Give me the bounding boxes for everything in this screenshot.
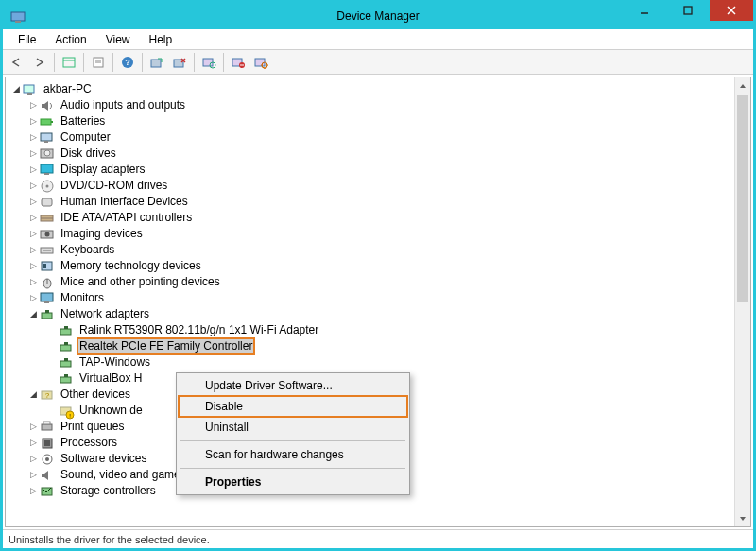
toolbar-update-driver-button[interactable] xyxy=(146,52,167,73)
expand-arrow-icon[interactable]: ▷ xyxy=(26,242,40,258)
expand-arrow-icon[interactable]: ◢ xyxy=(9,81,23,97)
tree-item-label[interactable]: TAP-Windows xyxy=(77,354,152,370)
context-menu-item[interactable]: Scan for hardware changes xyxy=(179,444,407,465)
tree-item-label[interactable]: Batteries xyxy=(59,113,107,129)
tree-item-label[interactable]: Audio inputs and outputs xyxy=(59,97,187,113)
tree-item-label[interactable]: Display adapters xyxy=(59,162,146,178)
device-manager-window: Device Manager File Action View Help ? ◢ xyxy=(0,0,756,551)
tree-item-label[interactable]: Mice and other pointing devices xyxy=(59,274,222,290)
tree-category-memtech[interactable]: ▷Memory technology devices xyxy=(8,258,732,274)
tree-category-display[interactable]: ▷Display adapters xyxy=(8,162,732,178)
toolbar-back-button[interactable] xyxy=(7,52,27,73)
vertical-scrollbar[interactable] xyxy=(734,77,750,526)
menu-view[interactable]: View xyxy=(96,31,140,48)
computer-root-icon xyxy=(23,82,38,97)
expand-arrow-icon[interactable]: ▷ xyxy=(26,113,40,129)
tree-category-monitors[interactable]: ▷Monitors xyxy=(8,290,732,306)
tree-root[interactable]: ◢akbar-PC xyxy=(8,81,732,97)
menu-action[interactable]: Action xyxy=(45,31,95,48)
expand-arrow-icon[interactable]: ▷ xyxy=(26,194,40,210)
tree-device-item[interactable]: Realtek PCIe FE Family Controller xyxy=(8,338,732,354)
titlebar[interactable]: Device Manager xyxy=(3,3,753,29)
scroll-up-button[interactable] xyxy=(735,77,750,94)
tree-item-label[interactable]: Unknown de xyxy=(77,403,145,419)
expand-arrow-icon[interactable]: ▷ xyxy=(26,178,40,194)
tree-item-label[interactable]: VirtualBox H xyxy=(77,370,144,387)
tree-category-imaging[interactable]: ▷Imaging devices xyxy=(8,226,732,242)
toolbar-separator xyxy=(194,53,195,72)
context-menu-item[interactable]: Disable xyxy=(179,396,407,417)
toolbar-properties-button[interactable] xyxy=(88,52,109,73)
expand-arrow-icon[interactable]: ▷ xyxy=(26,274,40,290)
expand-arrow-icon[interactable]: ▷ xyxy=(26,162,40,178)
tree-item-label[interactable]: Software devices xyxy=(59,451,148,467)
disk-icon xyxy=(40,146,55,162)
expand-arrow-icon[interactable]: ▷ xyxy=(26,146,40,162)
tree-category-audio[interactable]: ▷Audio inputs and outputs xyxy=(8,97,732,113)
tree-item-label[interactable]: Disk drives xyxy=(59,146,118,162)
tree-category-network[interactable]: ◢Network adapters xyxy=(8,306,732,322)
tree-item-label[interactable]: Human Interface Devices xyxy=(59,194,190,210)
expand-arrow-icon[interactable]: ▷ xyxy=(26,129,40,146)
svg-rect-47 xyxy=(41,293,53,301)
expand-arrow-icon[interactable]: ▷ xyxy=(26,467,40,483)
menu-file[interactable]: File xyxy=(9,31,45,48)
tree-item-label[interactable]: Network adapters xyxy=(59,306,151,322)
toolbar-show-hidden-button[interactable] xyxy=(59,52,79,73)
expand-arrow-icon[interactable]: ◢ xyxy=(26,306,40,322)
expand-arrow-icon[interactable]: ▷ xyxy=(26,419,40,435)
toolbar-enable-button[interactable] xyxy=(250,52,271,73)
tree-category-diskdrives[interactable]: ▷Disk drives xyxy=(8,146,732,162)
expand-arrow-icon[interactable]: ▷ xyxy=(26,258,40,274)
tree-item-label[interactable]: IDE ATA/ATAPI controllers xyxy=(59,210,194,226)
tree-category-ide[interactable]: ▷IDE ATA/ATAPI controllers xyxy=(8,210,732,226)
tree-item-label[interactable]: Other devices xyxy=(59,387,132,403)
svg-rect-51 xyxy=(60,329,71,335)
tree-category-keyboards[interactable]: ▷Keyboards xyxy=(8,242,732,258)
toolbar-help-button[interactable]: ? xyxy=(117,52,138,73)
scroll-down-button[interactable] xyxy=(735,510,750,526)
toolbar-scan-hardware-button[interactable] xyxy=(198,52,219,73)
expand-arrow-icon[interactable]: ▷ xyxy=(26,210,40,226)
tree-item-label[interactable]: Monitors xyxy=(59,290,106,306)
tree-device-item[interactable]: Ralink RT5390R 802.11b/g/n 1x1 Wi-Fi Ada… xyxy=(8,322,732,338)
tree-item-label[interactable]: Realtek PCIe FE Family Controller xyxy=(77,338,254,354)
menu-help[interactable]: Help xyxy=(140,31,182,48)
tree-category-dvd[interactable]: ▷DVD/CD-ROM drives xyxy=(8,178,732,194)
context-menu-item[interactable]: Properties xyxy=(179,472,407,492)
tree-item-label[interactable]: Computer xyxy=(59,129,112,146)
toolbar-forward-button[interactable] xyxy=(29,52,50,73)
expand-arrow-icon[interactable]: ▷ xyxy=(26,483,40,499)
tree-category-computer[interactable]: ▷Computer xyxy=(8,129,732,146)
toolbar-disable-button[interactable] xyxy=(228,52,249,73)
tree-item-label[interactable]: DVD/CD-ROM drives xyxy=(59,178,169,194)
tree-item-label[interactable]: Ralink RT5390R 802.11b/g/n 1x1 Wi-Fi Ada… xyxy=(77,322,320,338)
expand-arrow-icon[interactable]: ◢ xyxy=(26,387,40,403)
tree-item-label[interactable]: Processors xyxy=(59,435,119,451)
tree-device-item[interactable]: TAP-Windows xyxy=(8,354,732,370)
tree-category-hid[interactable]: ▷Human Interface Devices xyxy=(8,194,732,210)
expand-arrow-icon[interactable]: ▷ xyxy=(26,290,40,306)
expand-arrow-icon[interactable]: ▷ xyxy=(26,226,40,242)
statusbar-text: Uninstalls the driver for the selected d… xyxy=(9,534,210,545)
expand-arrow-icon[interactable]: ▷ xyxy=(26,97,40,113)
svg-rect-25 xyxy=(27,93,32,95)
context-menu-separator xyxy=(180,468,405,469)
context-menu-item[interactable]: Uninstall xyxy=(179,417,407,438)
tree-item-label[interactable]: akbar-PC xyxy=(42,81,94,97)
tree-item-label[interactable]: Storage controllers xyxy=(59,483,158,499)
tree-item-label[interactable]: Keyboards xyxy=(59,242,116,258)
tree-category-mice[interactable]: ▷Mice and other pointing devices xyxy=(8,274,732,290)
tree-item-label[interactable]: Imaging devices xyxy=(59,226,145,242)
tree-item-label[interactable]: Memory technology devices xyxy=(59,258,203,274)
scroll-thumb[interactable] xyxy=(737,95,748,302)
minimize-button[interactable] xyxy=(623,0,666,21)
expand-arrow-icon[interactable]: ▷ xyxy=(26,451,40,467)
context-menu-item[interactable]: Update Driver Software... xyxy=(179,375,407,396)
tree-category-batteries[interactable]: ▷Batteries xyxy=(8,113,732,129)
close-button[interactable] xyxy=(710,0,753,21)
expand-arrow-icon[interactable]: ▷ xyxy=(26,435,40,451)
toolbar-uninstall-button[interactable] xyxy=(169,52,190,73)
tree-item-label[interactable]: Print queues xyxy=(59,419,126,435)
maximize-button[interactable] xyxy=(666,0,710,21)
